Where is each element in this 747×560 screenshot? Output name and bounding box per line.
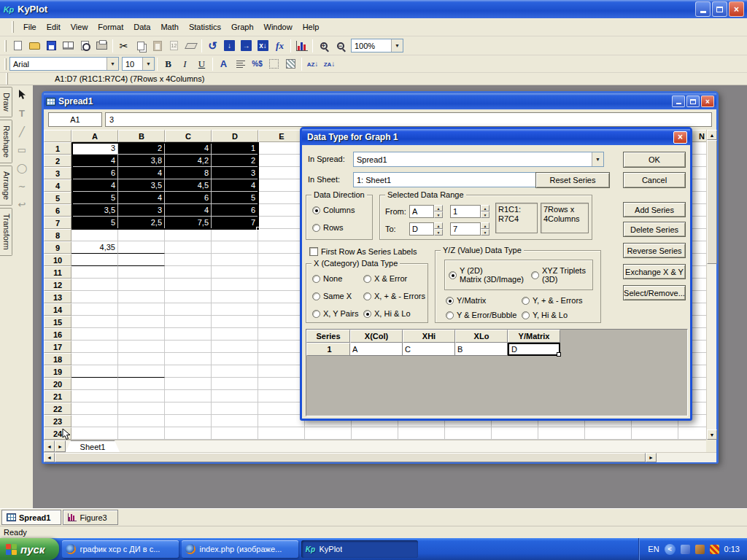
formula-input[interactable]: 3 xyxy=(105,112,712,127)
cell-A11[interactable] xyxy=(71,266,118,279)
cell-C19[interactable] xyxy=(165,365,212,378)
borders-icon[interactable] xyxy=(266,56,282,72)
series-cell-4[interactable]: D xyxy=(508,343,560,356)
cell-A12[interactable] xyxy=(71,279,118,291)
row-header-12[interactable]: 12 xyxy=(44,279,71,291)
dialog-titlebar[interactable]: Data Type for Graph 1 × xyxy=(302,129,690,145)
doc-tab-spread1[interactable]: Spread1 xyxy=(1,510,61,525)
cell-E3[interactable] xyxy=(258,167,305,179)
cell-D12[interactable] xyxy=(212,279,258,291)
cell-E8[interactable] xyxy=(258,229,305,241)
from-column-spinner[interactable]: ▲▼ xyxy=(434,205,443,218)
menu-graph[interactable]: Graph xyxy=(226,20,259,34)
cell-C14[interactable] xyxy=(165,303,212,316)
ellipse-tool-icon[interactable]: ◯ xyxy=(14,161,30,174)
cell-D15[interactable] xyxy=(212,316,258,328)
row-header-13[interactable]: 13 xyxy=(44,291,71,303)
cell-A8[interactable] xyxy=(71,229,118,241)
side-tab-reshape[interactable]: Reshape xyxy=(0,120,12,163)
scroll-up-icon[interactable]: ▲ xyxy=(707,130,717,140)
cell-F24[interactable] xyxy=(305,427,352,440)
cell-A14[interactable] xyxy=(71,303,118,316)
exchange-xy-button[interactable]: Exchange X & Y xyxy=(623,264,686,279)
zoom-in-icon[interactable]: + xyxy=(315,38,332,54)
scroll-right-icon[interactable]: ► xyxy=(646,453,657,462)
menu-math[interactable]: Math xyxy=(155,20,183,34)
cell-C1[interactable]: 4 xyxy=(165,142,212,155)
cell-A9[interactable]: 4,35 xyxy=(71,241,118,254)
chart-icon[interactable] xyxy=(293,38,310,54)
line-tool-icon[interactable]: ╱ xyxy=(14,125,30,138)
cell-A18[interactable] xyxy=(71,353,118,365)
row-header-9[interactable]: 9 xyxy=(44,241,71,254)
row-header-23[interactable]: 23 xyxy=(44,415,71,427)
vertical-scrollbar[interactable]: ▲ ▼ xyxy=(706,130,716,440)
cell-L24[interactable] xyxy=(585,427,632,440)
cell-E23[interactable] xyxy=(258,415,305,427)
cell-A17[interactable] xyxy=(71,341,118,353)
cell-N24[interactable] xyxy=(678,427,706,440)
horizontal-scrollbar[interactable]: ◄ ► xyxy=(44,452,716,462)
doc-tab-figure3[interactable]: Figure3 xyxy=(63,510,117,525)
cell-D8[interactable] xyxy=(212,229,258,241)
cell-E1[interactable] xyxy=(258,142,305,155)
series-cell-2[interactable]: C xyxy=(403,343,455,356)
chevron-down-icon[interactable]: ▼ xyxy=(592,152,603,166)
column-header-D[interactable]: D xyxy=(212,130,258,142)
menu-format[interactable]: Format xyxy=(93,20,128,34)
cell-B21[interactable] xyxy=(118,390,165,402)
cell-B11[interactable] xyxy=(118,266,165,279)
zoom-level-combo[interactable]: 100% ▼ xyxy=(351,39,403,52)
italic-button[interactable]: I xyxy=(177,56,193,72)
cell-D19[interactable] xyxy=(212,365,258,378)
row-header-24[interactable]: 24 xyxy=(44,427,71,440)
cell-B19[interactable] xyxy=(118,365,165,378)
cell-D24[interactable] xyxy=(212,427,258,440)
side-tab-draw[interactable]: Draw xyxy=(0,87,12,117)
row-header-5[interactable]: 5 xyxy=(44,192,71,204)
cell-B6[interactable]: 3 xyxy=(118,204,165,217)
cell-A6[interactable]: 3,5 xyxy=(71,204,118,217)
spread-minimize-button[interactable] xyxy=(672,96,685,107)
cell-B13[interactable] xyxy=(118,291,165,303)
tray-antivirus-icon[interactable] xyxy=(710,545,719,554)
vertical-scroll-thumb[interactable] xyxy=(707,140,717,264)
spread-maximize-button[interactable] xyxy=(686,96,700,107)
cell-E7[interactable] xyxy=(258,217,305,229)
radio-x-plus-minus-errors[interactable]: X, + & - Errors xyxy=(363,292,425,300)
first-row-checkbox[interactable]: First Row As Series Labels xyxy=(309,247,417,256)
cell-reference-box[interactable]: A1 xyxy=(48,112,102,127)
sheet-next-icon[interactable]: ► xyxy=(55,440,66,452)
menubar-drag-handle[interactable] xyxy=(12,21,14,33)
spread-close-button[interactable]: × xyxy=(701,96,714,107)
radio-y-hi-lo[interactable]: Y, Hi & Lo xyxy=(522,311,568,319)
workbook-icon[interactable] xyxy=(60,38,77,54)
chevron-down-icon[interactable]: ▼ xyxy=(142,58,154,70)
bold-button[interactable]: B xyxy=(160,56,177,72)
cell-B23[interactable] xyxy=(118,415,165,427)
radio-x-error[interactable]: X & Error xyxy=(363,274,407,283)
cell-E19[interactable] xyxy=(258,365,305,378)
cell-D11[interactable] xyxy=(212,266,258,279)
menu-file[interactable]: File xyxy=(18,20,42,34)
cell-M24[interactable] xyxy=(632,427,678,440)
cell-B16[interactable] xyxy=(118,328,165,341)
cell-E22[interactable] xyxy=(258,402,305,415)
cell-E24[interactable] xyxy=(258,427,305,440)
cell-C23[interactable] xyxy=(165,415,212,427)
cell-C4[interactable]: 4,5 xyxy=(165,179,212,192)
fill-down-icon[interactable]: x↓ xyxy=(255,38,271,54)
cut-icon[interactable]: ✂ xyxy=(115,38,132,54)
underline-button[interactable]: U xyxy=(193,56,210,72)
spread-window-titlebar[interactable]: Spread1 × xyxy=(44,93,716,109)
column-header-B[interactable]: B xyxy=(118,130,165,142)
cell-C9[interactable] xyxy=(165,241,212,254)
cell-C12[interactable] xyxy=(165,279,212,291)
row-header-19[interactable]: 19 xyxy=(44,365,71,378)
format-toolbar-drag-handle[interactable] xyxy=(4,58,7,70)
cell-C17[interactable] xyxy=(165,341,212,353)
print-icon[interactable] xyxy=(93,38,110,54)
cell-A13[interactable] xyxy=(71,291,118,303)
cell-C24[interactable] xyxy=(165,427,212,440)
cell-D22[interactable] xyxy=(212,402,258,415)
